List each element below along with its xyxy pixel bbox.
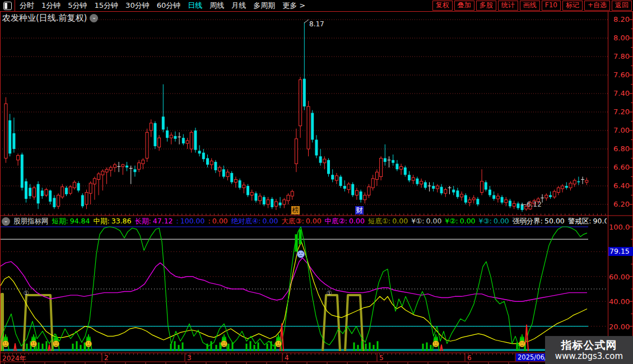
indicator-item-value: 0.00 bbox=[212, 217, 228, 225]
price-axis-label: 8.00 bbox=[609, 34, 630, 42]
finance-badge[interactable]: 财 bbox=[355, 206, 364, 214]
indicator-item: 警戒区:90.00 bbox=[568, 217, 607, 226]
toolbar-item-30分钟[interactable]: 30分钟 bbox=[125, 1, 150, 11]
toolbar-item-月线[interactable]: 月线 bbox=[231, 1, 246, 11]
high-price-annotation: 8.17 bbox=[309, 20, 324, 28]
price-axis-label: 6.60 bbox=[609, 163, 630, 171]
indicator-item-value: 0.00 bbox=[494, 217, 509, 225]
toolbar-button-复权[interactable]: 复权 bbox=[432, 1, 453, 11]
toolbar-button-F10[interactable]: F10 bbox=[542, 1, 561, 11]
low-price-annotation: ←6.12 bbox=[521, 200, 542, 208]
price-axis-label: 6.40 bbox=[609, 181, 630, 190]
indicator-item: ¥②:0.00 bbox=[445, 217, 475, 226]
period-menu: 分时1分钟5分钟15分钟30分钟60分钟日线周线月线多周期更多 > bbox=[20, 1, 313, 11]
latest-value-box: 79.15 bbox=[608, 247, 633, 256]
indicator-item-label: 短期: bbox=[52, 217, 68, 225]
chevron-down-icon[interactable]: ⌄ bbox=[90, 14, 98, 22]
indicator-item: 中底②:0.00 bbox=[325, 217, 365, 226]
indicator-item-label: 绝对底④: bbox=[231, 217, 261, 225]
price-axis-label: 6.80 bbox=[609, 144, 630, 153]
date-axis-label: 4 bbox=[285, 354, 289, 362]
top-toolbar: 分时1分钟5分钟15分钟30分钟60分钟日线周线月线多周期更多 > 复权叠加多股… bbox=[0, 0, 633, 12]
indicator-item-label: : bbox=[176, 217, 179, 225]
indicator-item-label: ¥③: bbox=[479, 217, 492, 225]
app-window: ①① 分时1分钟5分钟15分钟30分钟60分钟日线周线月线多周期更多 > 复权叠… bbox=[0, 0, 633, 364]
price-axis-label: 6.20 bbox=[609, 200, 630, 208]
date-axis-label: 3 bbox=[187, 354, 192, 362]
toolbar-item-60分钟[interactable]: 60分钟 bbox=[157, 1, 181, 11]
date-axis-label: 2 bbox=[104, 354, 109, 362]
toolbar-button-统计[interactable]: 统计 bbox=[498, 1, 518, 11]
indicator-item-label: ¥②: bbox=[445, 217, 458, 225]
indicator-item-value: 0.00 bbox=[460, 217, 476, 225]
price-axis-label: 7.60 bbox=[609, 71, 630, 79]
toolbar-item-分时[interactable]: 分时 bbox=[20, 1, 34, 11]
indicator-item-label: 长期: bbox=[135, 217, 151, 225]
toolbar-item-15分钟[interactable]: 15分钟 bbox=[95, 1, 119, 11]
date-axis-label: 6 bbox=[467, 354, 472, 362]
indicator-item: ¥③:0.00 bbox=[479, 217, 509, 226]
indicator-item-label: 中底②: bbox=[325, 217, 347, 225]
indicator-item: 绝对底④:0.00 bbox=[231, 217, 278, 226]
watermark-title: 指标公式网 bbox=[561, 339, 617, 351]
price-axis-label: 7.40 bbox=[609, 89, 630, 97]
chart-title: 农发种业(日线.前复权) ⌄ bbox=[2, 13, 98, 24]
layout-window-icon[interactable] bbox=[3, 2, 12, 10]
toolbar-button-返回[interactable]: 返回 bbox=[612, 1, 632, 11]
indicator-item-label: 警戒区: bbox=[568, 217, 592, 225]
indicator-item: 长期:47.12 bbox=[135, 217, 173, 226]
toolbar-button-叠加[interactable]: 叠加 bbox=[454, 1, 474, 11]
indicator-item: 中期:33.86 bbox=[94, 217, 132, 226]
stock-title-label: 农发种业(日线.前复权) bbox=[2, 13, 87, 24]
indicator-item-label: 中期: bbox=[94, 217, 110, 225]
watermark-url: www.zbgs3.com bbox=[555, 351, 623, 361]
indicator-values: 短期:94.84中期:33.86长期:47.12:100.00:0.00绝对底④… bbox=[52, 217, 607, 226]
indicator-item-value: 100.00 bbox=[180, 217, 205, 225]
toolbar-button-标记[interactable]: 标记 bbox=[562, 1, 583, 11]
toolbar-item-5分钟[interactable]: 5分钟 bbox=[68, 1, 87, 11]
toolbar-button-+自选[interactable]: +自选 bbox=[584, 1, 610, 11]
indicator-axis-label: 40.00 bbox=[609, 297, 632, 306]
indicator-item-label: 大底③: bbox=[281, 217, 304, 225]
indicator-item-value: 94.84 bbox=[70, 217, 90, 225]
toolbar-item-1分钟[interactable]: 1分钟 bbox=[41, 1, 60, 11]
indicator-item-label: : bbox=[208, 217, 211, 225]
toolbar-button-画线[interactable]: 画线 bbox=[520, 1, 540, 11]
svg-text:①: ① bbox=[24, 290, 29, 297]
rank-badge[interactable]: 榜 bbox=[291, 206, 300, 214]
indicator-item: :100.00 bbox=[176, 217, 205, 226]
indicator-item-value: 0.00 bbox=[392, 217, 408, 225]
indicator-axis-label: 100.0 bbox=[609, 223, 632, 231]
indicator-source-label: 股朋指标网 bbox=[13, 217, 49, 226]
indicator-item: ¥①:0.00 bbox=[411, 217, 441, 226]
indicator-item-label: 强弱分界: bbox=[513, 217, 543, 225]
indicator-item-label: ¥①: bbox=[411, 217, 424, 225]
toolbar-item-日线[interactable]: 日线 bbox=[188, 1, 202, 11]
indicator-item: 短底①:0.00 bbox=[368, 217, 408, 226]
toolbar-item-多周期[interactable]: 多周期 bbox=[253, 1, 275, 11]
price-axis-label: 7.00 bbox=[609, 126, 630, 134]
indicator-item-label: 短底①: bbox=[368, 217, 390, 225]
indicator-axis-label: 20.00 bbox=[609, 323, 632, 331]
date-axis-label: 2024年 bbox=[2, 354, 26, 363]
indicator-item-value: 0.00 bbox=[306, 217, 322, 225]
price-axis-label: 7.80 bbox=[609, 52, 630, 60]
price-axis-label: 8.20 bbox=[609, 15, 630, 24]
indicator-item: :0.00 bbox=[208, 217, 228, 226]
indicator-item-value: 50.00 bbox=[544, 217, 565, 225]
indicator-item-value: 0.00 bbox=[426, 217, 442, 225]
indicator-item-value: 0.00 bbox=[263, 217, 278, 225]
chevron-down-icon[interactable]: ⌄ bbox=[2, 217, 10, 226]
chart-canvas[interactable]: ①① bbox=[0, 0, 633, 364]
toolbar-item-更多 >[interactable]: 更多 > bbox=[282, 1, 305, 11]
toolbar-item-周线[interactable]: 周线 bbox=[210, 1, 224, 11]
indicator-item: 强弱分界:50.00 bbox=[513, 217, 565, 226]
toolbar-buttons: 复权叠加多股统计画线F10标记+自选返回 bbox=[431, 1, 633, 11]
toolbar-button-多股[interactable]: 多股 bbox=[476, 1, 496, 11]
toolbar-divider bbox=[15, 0, 15, 11]
svg-text:①: ① bbox=[327, 290, 332, 297]
price-axis-label: 7.20 bbox=[609, 108, 630, 116]
indicator-item: 大底③:0.00 bbox=[281, 217, 321, 226]
indicator-item: 短期:94.84 bbox=[52, 217, 90, 226]
watermark: 指标公式网 www.zbgs3.com bbox=[545, 336, 633, 364]
